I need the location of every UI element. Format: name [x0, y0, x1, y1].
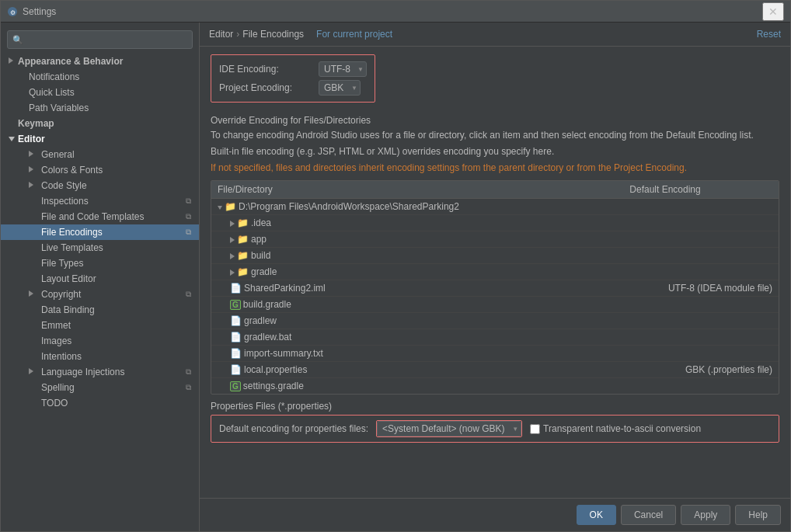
close-button[interactable]: ✕	[762, 2, 784, 21]
table-row[interactable]: 📄SharedParking2.iml UTF-8 (IDEA module f…	[211, 280, 779, 297]
sidebar-item-file-encodings[interactable]: File Encodings ⧉	[1, 224, 199, 240]
info-text: To change encoding Android Studio uses f…	[211, 129, 779, 142]
encoding-cell	[552, 378, 779, 395]
file-cell: Gbuild.gradle	[211, 297, 552, 313]
encoding-cell	[552, 215, 779, 231]
main-content: 🔍 Appearance & Behavior Notifications Qu…	[1, 23, 790, 531]
settings-window: ⚙ Settings ✕ 🔍 Appearance & Behavior Not…	[0, 0, 791, 532]
sidebar-item-code-style[interactable]: Code Style	[1, 178, 199, 193]
file-name: gradle	[251, 266, 277, 277]
table-row[interactable]: 📁D:\Program Files\AndroidWorkspace\Share…	[211, 199, 779, 215]
properties-encoding-select-wrapper[interactable]: <System Default> (now GBK)	[376, 420, 522, 437]
external-icon-fct: ⧉	[186, 212, 191, 221]
encoding-cell	[552, 248, 779, 264]
path-variables-label: Path Variables	[29, 103, 89, 113]
transparent-conversion-checkbox[interactable]	[530, 424, 540, 434]
sidebar-item-layout-editor[interactable]: Layout Editor	[1, 271, 199, 287]
sidebar-item-appearance[interactable]: Appearance & Behavior	[1, 54, 199, 69]
sidebar-item-notifications[interactable]: Notifications	[1, 69, 199, 85]
sidebar-item-todo[interactable]: TODO	[1, 395, 199, 411]
override-label: Override Encoding for Files/Directories	[211, 115, 779, 126]
general-label: General	[41, 149, 75, 160]
sidebar-item-language-injections[interactable]: Language Injections ⧉	[1, 364, 199, 380]
sidebar-item-path-variables[interactable]: Path Variables	[1, 100, 199, 116]
cancel-button[interactable]: Cancel	[621, 505, 676, 525]
file-name: build	[251, 250, 270, 261]
properties-encoding-select[interactable]: <System Default> (now GBK)	[377, 421, 521, 436]
file-name: import-summary.txt	[244, 348, 323, 359]
external-icon-lang: ⧉	[186, 367, 191, 377]
sidebar-item-live-templates[interactable]: Live Templates	[1, 240, 199, 256]
chevron-right-icon	[9, 57, 18, 65]
transparent-conversion-label: Transparent native-to-ascii conversion	[543, 423, 701, 434]
file-name: local.properties	[244, 364, 307, 375]
sidebar-item-editor-group[interactable]: Editor	[1, 131, 199, 147]
sidebar-item-images[interactable]: Images	[1, 333, 199, 349]
col-encoding: Default Encoding	[552, 181, 779, 199]
sidebar-item-colors-fonts[interactable]: Colors & Fonts	[1, 162, 199, 178]
chevron-right-general-icon	[29, 151, 38, 158]
bottom-bar: OK Cancel Apply Help	[200, 498, 790, 531]
file-table-header: File/Directory Default Encoding	[211, 181, 779, 199]
table-row[interactable]: Gbuild.gradle	[211, 297, 779, 313]
intentions-label: Intentions	[41, 351, 82, 362]
table-row[interactable]: 📁app	[211, 231, 779, 248]
search-box[interactable]: 🔍	[7, 30, 193, 49]
colors-fonts-label: Colors & Fonts	[41, 165, 103, 176]
file-encodings-label: File Encodings	[41, 227, 103, 238]
project-encoding-select[interactable]: GBK	[319, 80, 361, 96]
ok-button[interactable]: OK	[577, 505, 616, 525]
sidebar-item-emmet[interactable]: Emmet	[1, 318, 199, 333]
properties-box: Default encoding for properties files: <…	[211, 415, 779, 443]
transparent-conversion-wrapper[interactable]: Transparent native-to-ascii conversion	[530, 423, 701, 434]
project-encoding-select-wrapper[interactable]: GBK	[319, 80, 361, 96]
chevron-down-icon	[9, 135, 18, 143]
for-current-project-link[interactable]: For current project	[316, 29, 392, 40]
help-button[interactable]: Help	[735, 505, 781, 525]
file-name: build.gradle	[243, 299, 291, 310]
images-label: Images	[41, 336, 71, 346]
sidebar-item-file-code-templates[interactable]: File and Code Templates ⧉	[1, 209, 199, 224]
sidebar-item-file-types[interactable]: File Types	[1, 256, 199, 271]
todo-label: TODO	[41, 398, 68, 409]
file-cell: 📄local.properties	[211, 362, 552, 378]
properties-encoding-label: Default encoding for properties files:	[219, 423, 368, 434]
file-table: File/Directory Default Encoding 📁D:\Prog…	[211, 181, 779, 394]
svg-text:⚙: ⚙	[10, 9, 16, 16]
sidebar-item-data-binding[interactable]: Data Binding	[1, 302, 199, 318]
table-row[interactable]: 📄local.properties GBK (.properties file)	[211, 362, 779, 378]
table-row[interactable]: 📄gradlew.bat	[211, 329, 779, 346]
inspections-label: Inspections	[41, 196, 89, 207]
ide-encoding-select-wrapper[interactable]: UTF-8	[319, 61, 367, 77]
table-row[interactable]: 📄gradlew	[211, 313, 779, 329]
spelling-label: Spelling	[41, 382, 75, 393]
ide-encoding-select[interactable]: UTF-8	[319, 61, 367, 77]
encoding-cell	[552, 231, 779, 248]
titlebar: ⚙ Settings ✕	[1, 1, 790, 23]
file-name: .idea	[251, 217, 271, 228]
chevron-right-lang-icon	[29, 368, 38, 376]
ide-encoding-row: IDE Encoding: UTF-8	[219, 61, 367, 77]
editor-label: Editor	[18, 134, 45, 144]
search-input[interactable]	[7, 30, 193, 49]
table-row[interactable]: 📄import-summary.txt	[211, 346, 779, 362]
external-icon-copyright: ⧉	[186, 290, 191, 299]
file-name: settings.gradle	[243, 381, 304, 391]
sidebar-item-keymap[interactable]: Keymap	[1, 116, 199, 131]
table-row[interactable]: 📁build	[211, 248, 779, 264]
sidebar-item-intentions[interactable]: Intentions	[1, 349, 199, 364]
apply-button[interactable]: Apply	[681, 505, 730, 525]
file-cell: 📄SharedParking2.iml	[211, 280, 552, 297]
notifications-label: Notifications	[29, 71, 79, 82]
sidebar-item-quick-lists[interactable]: Quick Lists	[1, 85, 199, 100]
table-row[interactable]: Gsettings.gradle	[211, 378, 779, 395]
encoding-cell: GBK (.properties file)	[552, 362, 779, 378]
sidebar-item-copyright[interactable]: Copyright ⧉	[1, 287, 199, 302]
reset-button[interactable]: Reset	[757, 29, 781, 40]
table-row[interactable]: 📁.idea	[211, 215, 779, 231]
file-cell: 📄gradlew.bat	[211, 329, 552, 346]
sidebar-item-inspections[interactable]: Inspections ⧉	[1, 193, 199, 209]
sidebar-item-spelling[interactable]: Spelling ⧉	[1, 380, 199, 395]
sidebar-item-general[interactable]: General	[1, 147, 199, 162]
table-row[interactable]: 📁gradle	[211, 264, 779, 280]
